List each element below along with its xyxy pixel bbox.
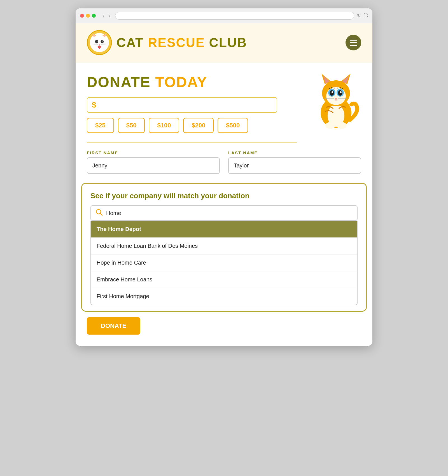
dropdown-list: The Home Depot Federal Home Loan Bank of… — [90, 221, 358, 305]
preset-50-button[interactable]: $50 — [118, 118, 145, 133]
company-match-title: See if your company will match your dona… — [90, 192, 358, 200]
dropdown-item-first-home[interactable]: First Home Mortgage — [91, 288, 357, 305]
bottom-area: DONATE — [76, 312, 372, 346]
svg-point-9 — [97, 41, 98, 42]
menu-button[interactable] — [346, 35, 361, 50]
forward-button[interactable]: › — [107, 13, 112, 19]
amount-input[interactable] — [99, 101, 272, 109]
title-rescue: RESCUE — [148, 35, 205, 50]
amount-input-wrapper: $ — [87, 97, 277, 113]
svg-line-34 — [340, 87, 340, 89]
first-name-input[interactable] — [87, 157, 220, 174]
close-button[interactable] — [80, 14, 84, 18]
first-name-label: FIRST NAME — [87, 150, 220, 155]
donate-submit-button[interactable]: DONATE — [87, 317, 140, 335]
svg-point-26 — [330, 90, 334, 96]
dropdown-item-embrace-home[interactable]: Embrace Home Loans — [91, 271, 357, 288]
company-search-input[interactable] — [106, 210, 353, 216]
svg-point-8 — [101, 40, 104, 43]
address-bar[interactable] — [115, 12, 354, 20]
back-button[interactable]: ‹ — [101, 13, 106, 19]
reload-button[interactable]: ↻ — [357, 13, 361, 18]
dropdown-item-federal-home[interactable]: Federal Home Loan Bank of Des Moines — [91, 238, 357, 255]
dropdown-item-hope-home[interactable]: Hope in Home Care — [91, 255, 357, 271]
preset-100-button[interactable]: $100 — [149, 118, 179, 133]
cat-logo-icon — [87, 30, 112, 55]
title-cat: CAT — [116, 35, 144, 50]
svg-line-31 — [332, 87, 332, 89]
svg-point-7 — [95, 40, 98, 43]
company-match-card: See if your company will match your dona… — [81, 183, 367, 312]
preset-25-button[interactable]: $25 — [87, 118, 114, 133]
first-name-group: FIRST NAME — [87, 150, 220, 174]
svg-point-42 — [337, 122, 347, 129]
donate-word: DONATE — [87, 74, 151, 90]
site-header: CAT RESCUE CLUB — [76, 23, 372, 62]
last-name-group: LAST NAME — [228, 150, 361, 174]
svg-point-27 — [338, 90, 342, 96]
maximize-button[interactable] — [92, 14, 96, 18]
menu-line-2 — [350, 42, 357, 43]
divider — [87, 142, 297, 143]
donate-section: DONATE TODAY $ $25 $50 $100 $200 $500 — [87, 74, 361, 312]
expand-button[interactable]: ⛶ — [363, 13, 368, 18]
title-club: CLUB — [209, 35, 247, 50]
logo-area: CAT RESCUE CLUB — [87, 30, 247, 55]
nav-buttons: ‹ › — [101, 13, 112, 19]
donate-today: TODAY — [155, 74, 207, 90]
last-name-label: LAST NAME — [228, 150, 361, 155]
preset-500-button[interactable]: $500 — [218, 118, 248, 133]
site-title: CAT RESCUE CLUB — [116, 35, 247, 50]
svg-point-10 — [102, 41, 103, 42]
preset-200-button[interactable]: $200 — [183, 118, 214, 133]
cat-illustration-icon — [311, 68, 361, 130]
main-content: DONATE TODAY $ $25 $50 $100 $200 $500 — [76, 62, 372, 312]
search-icon — [95, 209, 103, 218]
traffic-lights — [80, 14, 96, 18]
svg-point-29 — [340, 91, 342, 93]
browser-chrome: ‹ › ↻ ⛶ — [76, 8, 372, 23]
name-fields: FIRST NAME LAST NAME — [87, 150, 361, 174]
svg-point-41 — [325, 122, 335, 129]
browser-window: ‹ › ↻ ⛶ — [76, 8, 372, 346]
dropdown-item-home-depot[interactable]: The Home Depot — [91, 221, 357, 238]
svg-line-44 — [100, 213, 102, 215]
search-wrapper — [90, 205, 358, 221]
menu-line-1 — [350, 40, 357, 41]
svg-point-23 — [326, 87, 346, 105]
svg-point-28 — [332, 91, 333, 93]
last-name-input[interactable] — [228, 157, 361, 174]
menu-line-3 — [350, 45, 357, 46]
dollar-sign: $ — [92, 101, 96, 109]
minimize-button[interactable] — [86, 14, 90, 18]
